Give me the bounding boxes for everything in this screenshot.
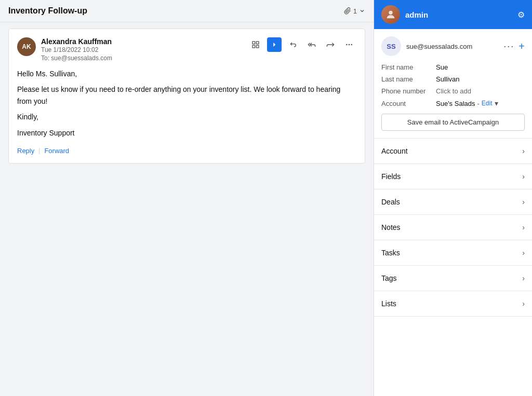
chevron-down-icon[interactable] <box>359 8 365 14</box>
email-header-bar: Inventory Follow-up 1 <box>0 0 374 22</box>
chevron-right-tags: › <box>522 274 525 282</box>
email-closing: Kindly, <box>17 111 356 122</box>
right-panel: admin ⚙ SS sue@suessalads.com ··· + Firs… <box>374 0 532 396</box>
svg-rect-2 <box>256 45 259 48</box>
accordion-tasks: Tasks › <box>374 240 532 266</box>
svg-point-5 <box>349 44 350 46</box>
accordion-header-deals[interactable]: Deals › <box>374 189 532 214</box>
accordion-label-account: Account <box>381 147 408 155</box>
accordion-notes: Notes › <box>374 215 532 240</box>
phone-row: Phone number Click to add <box>381 87 525 95</box>
accordion-lists: Lists › <box>374 291 532 317</box>
sender-info: AK Alexandra Kauffman Tue 1/18/2022 10:0… <box>17 37 112 62</box>
accordion-label-fields: Fields <box>381 172 401 181</box>
contact-top-actions: ··· + <box>503 40 525 52</box>
email-actions: Reply | Forward <box>17 147 356 155</box>
accordion-label-deals: Deals <box>381 198 400 206</box>
sender-name: Alexandra Kauffman <box>41 37 112 46</box>
settings-icon[interactable]: ⚙ <box>517 10 525 20</box>
admin-name: admin <box>405 10 428 19</box>
accordion-label-lists: Lists <box>381 299 396 308</box>
contact-avatar: SS <box>381 36 401 56</box>
first-name-value: Sue <box>436 63 448 71</box>
email-meta: AK Alexandra Kauffman Tue 1/18/2022 10:0… <box>17 37 356 62</box>
sender-to: To: sue@suessalads.com <box>41 54 112 62</box>
more-options-button[interactable] <box>342 37 356 52</box>
accordion-account: Account › <box>374 139 532 164</box>
undo-button[interactable] <box>286 37 300 52</box>
grid-icon-button[interactable] <box>248 37 263 52</box>
accordion-header-account[interactable]: Account › <box>374 139 532 163</box>
save-email-button[interactable]: Save email to ActiveCampaign <box>381 114 525 131</box>
accordion-tags: Tags › <box>374 266 532 291</box>
svg-rect-3 <box>252 45 255 48</box>
email-subject: Inventory Follow-up <box>8 6 87 16</box>
accordion-deals: Deals › <box>374 189 532 215</box>
account-value-wrapper: Sue's Salads - Edit ▾ <box>436 99 498 107</box>
attachment-count: 1 <box>353 7 357 15</box>
accordion-header-fields[interactable]: Fields › <box>374 164 532 189</box>
paperclip-icon <box>344 7 351 15</box>
first-name-row: First name Sue <box>381 63 525 71</box>
last-name-label: Last name <box>381 75 436 83</box>
last-name-row: Last name Sullivan <box>381 75 525 83</box>
first-name-label: First name <box>381 63 436 71</box>
action-divider: | <box>38 147 40 154</box>
email-toolbar <box>248 37 356 52</box>
accordion-header-tags[interactable]: Tags › <box>374 266 532 291</box>
contact-top: SS sue@suessalads.com ··· + <box>381 36 525 56</box>
contact-email: sue@suessalads.com <box>406 43 498 50</box>
email-signature: Inventory Support <box>17 127 356 139</box>
chevron-right-deals: › <box>522 198 525 206</box>
email-content: Hello Ms. Sullivan, Please let us know i… <box>17 68 356 139</box>
accordion-header-tasks[interactable]: Tasks › <box>374 240 532 265</box>
sender-details: Alexandra Kauffman Tue 1/18/2022 10:02 T… <box>41 37 112 62</box>
reply-link[interactable]: Reply <box>17 147 34 155</box>
left-panel: Inventory Follow-up 1 AK Alexandra K <box>0 0 374 396</box>
sender-date: Tue 1/18/2022 10:02 <box>41 46 112 53</box>
contact-section: SS sue@suessalads.com ··· + First name S… <box>374 29 532 139</box>
email-body-main: Please let us know if you need to re-ord… <box>17 84 356 107</box>
svg-point-6 <box>351 44 352 46</box>
accordion-label-tasks: Tasks <box>381 249 400 257</box>
reply-all-button[interactable] <box>304 37 319 52</box>
forward-button[interactable] <box>323 37 338 52</box>
account-edit-link[interactable]: Edit <box>482 100 493 107</box>
phone-value[interactable]: Click to add <box>436 87 471 95</box>
admin-avatar <box>381 5 400 24</box>
svg-point-7 <box>389 11 392 15</box>
forward-blue-button[interactable] <box>267 37 282 52</box>
email-body-wrapper: AK Alexandra Kauffman Tue 1/18/2022 10:0… <box>0 22 374 396</box>
chevron-right-account: › <box>522 147 525 155</box>
svg-rect-0 <box>252 42 255 44</box>
accordion-header-notes[interactable]: Notes › <box>374 215 532 240</box>
accordion-sections: Account › Fields › Deals › Notes › Tasks… <box>374 139 532 317</box>
svg-rect-1 <box>256 42 259 44</box>
account-label: Account <box>381 100 436 107</box>
accordion-label-tags: Tags <box>381 274 397 282</box>
accordion-fields: Fields › <box>374 164 532 189</box>
right-header: admin ⚙ <box>374 0 532 29</box>
email-card: AK Alexandra Kauffman Tue 1/18/2022 10:0… <box>8 29 365 163</box>
more-contact-options[interactable]: ··· <box>503 41 514 52</box>
last-name-value: Sullivan <box>436 75 460 83</box>
chevron-right-notes: › <box>522 223 525 231</box>
accordion-label-notes: Notes <box>381 223 401 231</box>
add-contact-button[interactable]: + <box>518 40 525 52</box>
svg-point-4 <box>346 44 348 46</box>
phone-label: Phone number <box>381 87 436 95</box>
chevron-right-fields: › <box>522 172 525 181</box>
account-dropdown-icon[interactable]: ▾ <box>495 99 498 107</box>
chevron-right-tasks: › <box>522 249 525 257</box>
account-row: Account Sue's Salads - Edit ▾ <box>381 99 525 107</box>
sender-avatar: AK <box>17 37 36 56</box>
accordion-header-lists[interactable]: Lists › <box>374 291 532 316</box>
account-value: Sue's Salads <box>436 100 475 107</box>
attachment-indicator: 1 <box>344 7 365 15</box>
right-header-user: admin <box>381 5 428 24</box>
chevron-right-lists: › <box>522 299 525 308</box>
forward-link[interactable]: Forward <box>44 147 69 155</box>
email-greeting: Hello Ms. Sullivan, <box>17 68 356 79</box>
